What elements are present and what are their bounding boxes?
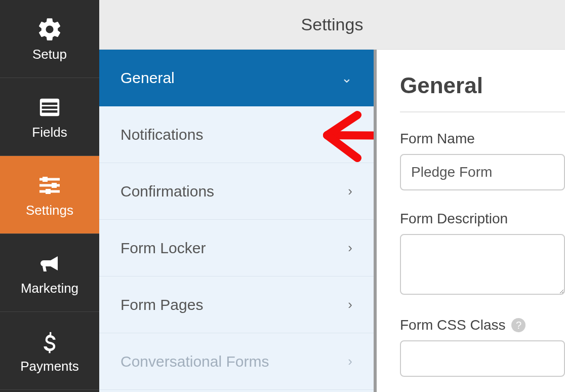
field-form-description: Form Description <box>400 211 565 297</box>
submenu-item-form-locker[interactable]: Form Locker › <box>99 220 374 277</box>
gear-icon <box>34 15 65 44</box>
svg-rect-7 <box>43 177 48 182</box>
submenu-item-form-pages[interactable]: Form Pages › <box>99 277 374 333</box>
chevron-right-icon: › <box>348 183 352 199</box>
form-description-label: Form Description <box>400 211 565 227</box>
submenu-item-notifications[interactable]: Notifications › <box>99 106 374 163</box>
svg-rect-1 <box>42 102 58 105</box>
submenu-item-confirmations[interactable]: Confirmations › <box>99 163 374 220</box>
svg-rect-2 <box>42 106 58 109</box>
submenu-label: Notifications <box>120 126 203 143</box>
help-icon[interactable]: ? <box>511 318 526 332</box>
chevron-right-icon: › <box>348 354 352 369</box>
sidebar-item-payments[interactable]: Payments <box>0 312 99 390</box>
sidebar-label: Setup <box>32 47 67 62</box>
sidebar-item-marketing[interactable]: Marketing <box>0 234 99 312</box>
sliders-icon <box>34 171 65 200</box>
sidebar-label: Fields <box>32 125 67 140</box>
sidebar-item-fields[interactable]: Fields <box>0 78 99 156</box>
header-title: Settings <box>301 15 364 34</box>
header: Settings <box>99 0 565 50</box>
list-icon <box>34 93 65 122</box>
chevron-right-icon: › <box>348 297 352 312</box>
svg-rect-3 <box>42 110 58 113</box>
form-name-input[interactable] <box>400 154 565 190</box>
sidebar-item-setup[interactable]: Setup <box>0 0 99 78</box>
svg-rect-8 <box>52 183 57 188</box>
sidebar-label: Settings <box>26 203 73 218</box>
submenu-label: Form Pages <box>120 296 203 313</box>
submenu-label: Form Locker <box>120 240 206 257</box>
panel-title: General <box>400 73 565 112</box>
settings-submenu: General ⌄ Notifications › Confirmations … <box>99 50 377 392</box>
field-form-name: Form Name <box>400 131 565 190</box>
settings-panel: General Form Name Form Description Form … <box>377 50 565 392</box>
form-css-label: Form CSS Class <box>400 317 505 333</box>
submenu-label: Confirmations <box>120 183 214 200</box>
form-description-input[interactable] <box>400 234 565 295</box>
dollar-icon <box>34 327 65 356</box>
chevron-right-icon: › <box>348 240 352 256</box>
submenu-label: Conversational Forms <box>120 353 269 370</box>
submenu-item-general[interactable]: General ⌄ <box>99 50 374 106</box>
form-name-label: Form Name <box>400 131 565 147</box>
chevron-right-icon: › <box>348 127 352 142</box>
chevron-down-icon: ⌄ <box>341 70 352 86</box>
submenu-label: General <box>120 69 175 87</box>
submenu-item-conversational-forms[interactable]: Conversational Forms › <box>99 333 374 390</box>
field-form-css-class: Form CSS Class ? <box>400 317 565 377</box>
form-css-input[interactable] <box>400 340 565 377</box>
sidebar: Setup Fields Settings <box>0 0 99 392</box>
sidebar-item-settings[interactable]: Settings <box>0 156 99 234</box>
sidebar-label: Payments <box>20 359 79 374</box>
sidebar-label: Marketing <box>21 281 78 296</box>
bullhorn-icon <box>34 249 65 278</box>
svg-rect-9 <box>46 189 51 194</box>
main-area: Settings General ⌄ Notifications › Confi… <box>99 0 565 392</box>
